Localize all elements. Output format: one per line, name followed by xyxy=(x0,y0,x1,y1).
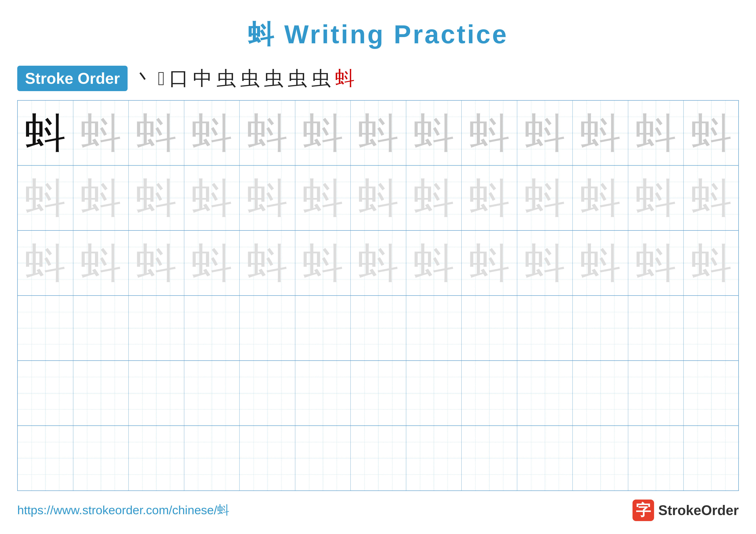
grid-cell[interactable] xyxy=(18,296,73,360)
grid-cell[interactable]: 蚪 xyxy=(351,165,406,230)
grid-cell[interactable] xyxy=(462,426,517,491)
grid-cell[interactable]: 蚪 xyxy=(351,231,406,295)
grid-cell[interactable]: 蚪 xyxy=(129,231,184,295)
grid-cell[interactable]: 蚪 xyxy=(406,231,462,295)
char-light: 蚪 xyxy=(247,177,288,218)
strokeorder-logo-icon: 字 xyxy=(633,499,654,521)
char-light: 蚪 xyxy=(469,242,510,284)
grid-cell[interactable]: 蚪 xyxy=(684,165,739,230)
grid-cell[interactable] xyxy=(573,361,628,425)
grid-cell[interactable]: 蚪 xyxy=(517,165,573,230)
grid-cell[interactable]: 蚪 xyxy=(573,101,628,165)
grid-cell[interactable] xyxy=(73,296,129,360)
grid-cell[interactable] xyxy=(129,426,184,491)
grid-cell[interactable] xyxy=(18,361,73,425)
char-light: 蚪 xyxy=(25,177,66,218)
grid-cell[interactable] xyxy=(351,426,406,491)
grid-cell[interactable] xyxy=(406,426,462,491)
grid-cell[interactable]: 蚪 xyxy=(684,101,739,165)
footer-url[interactable]: https://www.strokeorder.com/chinese/蚪 xyxy=(17,502,229,519)
char-light: 蚪 xyxy=(580,177,621,218)
grid-cell[interactable] xyxy=(184,426,240,491)
grid-cell[interactable] xyxy=(129,296,184,360)
char-medium: 蚪 xyxy=(469,113,510,153)
grid-cell[interactable] xyxy=(628,361,684,425)
grid-cell[interactable]: 蚪 xyxy=(295,101,351,165)
grid-cell[interactable]: 蚪 xyxy=(240,101,295,165)
char-light: 蚪 xyxy=(358,242,399,284)
grid-cell[interactable]: 蚪 xyxy=(129,101,184,165)
grid-cell[interactable] xyxy=(73,426,129,491)
grid-cell[interactable]: 蚪 xyxy=(406,165,462,230)
grid-cell[interactable] xyxy=(517,426,573,491)
char-light: 蚪 xyxy=(136,177,177,218)
grid-cell[interactable] xyxy=(517,361,573,425)
grid-cell[interactable]: 蚪 xyxy=(517,231,573,295)
grid-cell[interactable]: 蚪 xyxy=(184,165,240,230)
grid-cell[interactable]: 蚪 xyxy=(517,101,573,165)
grid-cell[interactable]: 蚪 xyxy=(184,101,240,165)
grid-cell[interactable]: 蚪 xyxy=(684,231,739,295)
grid-cell[interactable]: 蚪 xyxy=(295,231,351,295)
grid-cell[interactable]: 蚪 xyxy=(462,231,517,295)
grid-cell[interactable] xyxy=(684,426,739,491)
char-light: 蚪 xyxy=(524,177,565,218)
grid-cell[interactable] xyxy=(573,426,628,491)
grid-cell[interactable] xyxy=(628,296,684,360)
grid-cell[interactable]: 蚪 xyxy=(406,101,462,165)
grid-cell[interactable]: 蚪 xyxy=(462,101,517,165)
footer: https://www.strokeorder.com/chinese/蚪 字 … xyxy=(17,499,739,521)
grid-row-3: 蚪 蚪 蚪 蚪 蚪 蚪 xyxy=(18,231,738,296)
grid-cell[interactable] xyxy=(462,361,517,425)
grid-cell[interactable]: 蚪 xyxy=(18,101,73,165)
stroke-6: 虫 xyxy=(240,65,260,91)
grid-cell[interactable]: 蚪 xyxy=(240,165,295,230)
stroke-8: 虫 xyxy=(288,65,307,91)
grid-cell[interactable]: 蚪 xyxy=(73,231,129,295)
grid-cell[interactable] xyxy=(240,426,295,491)
char-light: 蚪 xyxy=(302,177,343,218)
grid-cell[interactable]: 蚪 xyxy=(73,101,129,165)
grid-cell[interactable]: 蚪 xyxy=(129,165,184,230)
grid-cell[interactable]: 蚪 xyxy=(184,231,240,295)
grid-cell[interactable]: 蚪 xyxy=(73,165,129,230)
grid-cell[interactable] xyxy=(295,426,351,491)
grid-cell[interactable] xyxy=(184,296,240,360)
grid-cell[interactable] xyxy=(129,361,184,425)
grid-cell[interactable]: 蚪 xyxy=(573,165,628,230)
grid-cell[interactable]: 蚪 xyxy=(18,231,73,295)
grid-cell[interactable] xyxy=(628,426,684,491)
grid-cell[interactable]: 蚪 xyxy=(351,101,406,165)
grid-cell[interactable]: 蚪 xyxy=(240,231,295,295)
grid-cell[interactable] xyxy=(73,361,129,425)
char-medium: 蚪 xyxy=(358,113,399,153)
grid-row-4 xyxy=(18,296,738,361)
char-light: 蚪 xyxy=(580,242,621,284)
grid-cell[interactable]: 蚪 xyxy=(295,165,351,230)
grid-cell[interactable]: 蚪 xyxy=(628,165,684,230)
grid-cell[interactable] xyxy=(351,361,406,425)
grid-cell[interactable] xyxy=(240,361,295,425)
grid-cell[interactable] xyxy=(240,296,295,360)
char-medium: 蚪 xyxy=(413,113,454,153)
grid-cell[interactable]: 蚪 xyxy=(18,165,73,230)
grid-cell[interactable]: 蚪 xyxy=(628,101,684,165)
char-light: 蚪 xyxy=(358,177,399,218)
char-light: 蚪 xyxy=(80,242,121,284)
grid-cell[interactable] xyxy=(406,361,462,425)
grid-cell[interactable] xyxy=(684,361,739,425)
grid-cell[interactable] xyxy=(684,296,739,360)
grid-cell[interactable] xyxy=(517,296,573,360)
grid-cell[interactable]: 蚪 xyxy=(462,165,517,230)
grid-cell[interactable] xyxy=(573,296,628,360)
grid-cell[interactable] xyxy=(295,296,351,360)
grid-cell[interactable] xyxy=(18,426,73,491)
grid-cell[interactable]: 蚪 xyxy=(628,231,684,295)
char-light: 蚪 xyxy=(247,242,288,284)
grid-cell[interactable]: 蚪 xyxy=(573,231,628,295)
grid-cell[interactable] xyxy=(462,296,517,360)
grid-cell[interactable] xyxy=(406,296,462,360)
grid-cell[interactable] xyxy=(295,361,351,425)
grid-cell[interactable] xyxy=(351,296,406,360)
grid-cell[interactable] xyxy=(184,361,240,425)
